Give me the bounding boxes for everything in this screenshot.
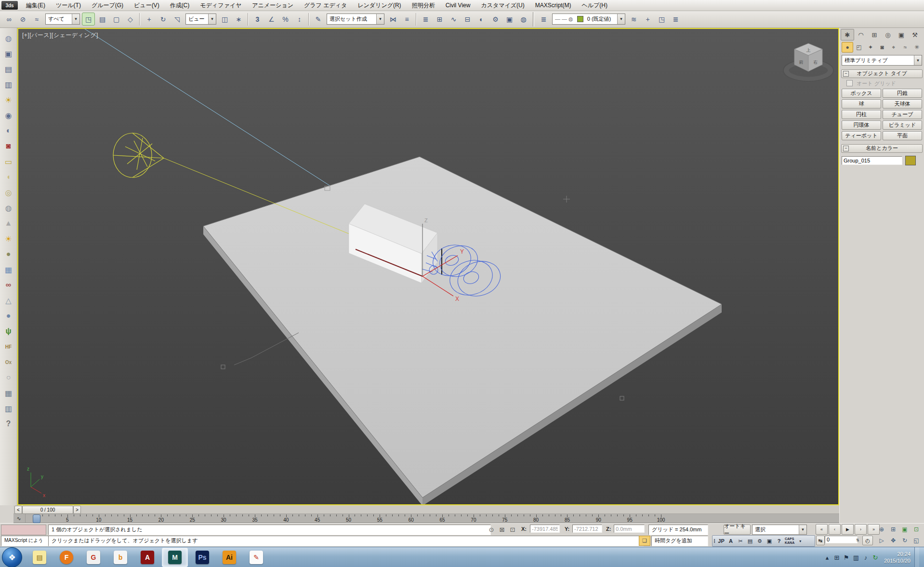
menu-item-13[interactable]: ヘルプ(H) (576, 0, 613, 11)
taskbar-3dsmax[interactable]: M (162, 548, 188, 567)
tray-sync-icon[interactable]: ↻ (871, 552, 880, 563)
taskbar-viewer-app[interactable]: G (81, 548, 106, 567)
graphite-ribbon-icon[interactable]: ⊞ (433, 13, 446, 26)
select-objects-in-layer-icon[interactable]: ◳ (655, 13, 668, 26)
layer-dropdown[interactable]: — — ◍0 (既定値)▼ (552, 14, 625, 25)
tray-windows-icon[interactable]: ⊞ (832, 552, 842, 563)
bind-to-spacewarp-icon[interactable]: ≈ (30, 13, 43, 26)
z-coord-field[interactable] (614, 525, 645, 533)
dark-sphere-icon[interactable]: ● (1, 247, 16, 261)
placement-pin-icon[interactable]: ⊙ (487, 525, 496, 534)
table-icon[interactable]: ▦ (1, 386, 16, 400)
current-frame-field[interactable] (825, 536, 858, 543)
viewcube-right-label[interactable]: 右 (813, 60, 818, 65)
absolute-relative-icon[interactable]: ⊡ (508, 525, 517, 534)
subcat-geometry[interactable]: ● (842, 42, 853, 53)
layer-manager-icon[interactable]: ≣ (419, 13, 432, 26)
menu-item-0[interactable]: 編集(E) (21, 0, 51, 11)
zoom-icon[interactable]: ⊕ (876, 525, 887, 534)
menu-item-11[interactable]: カスタマイズ(U) (475, 0, 529, 11)
object-button-1[interactable]: 円錐 (883, 89, 922, 98)
pylon-icon[interactable]: △ (1, 293, 16, 308)
camera-globe-icon[interactable]: ◐ (1, 123, 16, 138)
schematic-view-icon[interactable]: ⊟ (461, 13, 474, 26)
snap-toggle-3d-icon[interactable]: 3 (251, 13, 264, 26)
tab-hierarchy[interactable]: ⊞ (868, 29, 881, 40)
track-bar-ruler[interactable]: 0510152025303540455055606570758085909510… (25, 514, 840, 523)
menu-item-12[interactable]: MAXScript(M) (530, 0, 577, 11)
taskbar-clock[interactable]: 20:24 2015/10/20 (884, 551, 911, 564)
object-button-8[interactable]: ティーポット (842, 131, 881, 140)
array-icon[interactable]: ▦ (1, 262, 16, 277)
menu-item-5[interactable]: モディファイヤ (195, 0, 247, 11)
collapse-icon[interactable]: − (843, 71, 849, 77)
taskbar-firefox[interactable]: F (54, 548, 79, 567)
set-current-layer-icon[interactable]: ≣ (669, 13, 682, 26)
collapse-icon[interactable]: − (843, 146, 849, 151)
next-frame-button[interactable]: › (855, 524, 867, 535)
play-button[interactable]: ▶ (842, 524, 854, 535)
render-production-icon[interactable]: ◍ (517, 13, 530, 26)
spheres-pair-icon[interactable]: ∞ (1, 278, 16, 292)
subcat-helpers[interactable]: ⌖ (888, 42, 899, 53)
tab-create[interactable]: ✱ (841, 29, 854, 40)
mirror-icon[interactable]: ⋈ (386, 13, 399, 26)
object-button-3[interactable]: 天球体 (883, 99, 922, 108)
zoom-all-icon[interactable]: ⊞ (888, 525, 898, 534)
ime-dictionary-icon[interactable]: ▤ (745, 538, 755, 544)
taskbar-autocad[interactable]: A (135, 548, 160, 567)
render-frame-icon[interactable]: ▣ (1, 46, 16, 61)
next-frame-arrow[interactable]: > (73, 506, 81, 514)
object-button-7[interactable]: ピラミッド (883, 121, 922, 130)
track-bar[interactable]: ∿ 05101520253035404550556065707580859095… (13, 514, 839, 523)
selection-filter-dropdown[interactable]: すべて▼ (45, 14, 80, 25)
ime-options-arrow[interactable]: ▾ (795, 539, 805, 543)
create-new-layer-icon[interactable]: + (641, 13, 654, 26)
layer-list-icon[interactable]: ≣ (537, 13, 550, 26)
show-desktop-button[interactable] (914, 547, 919, 567)
zoom-extents-icon[interactable]: ▣ (899, 525, 910, 534)
ime-tools-icon[interactable]: ⚙ (755, 538, 765, 544)
select-link-icon[interactable]: ∞ (2, 13, 15, 26)
grass-icon[interactable]: ψ (1, 324, 16, 338)
sun-icon[interactable]: ☀ (1, 231, 16, 246)
ime-pad-icon[interactable]: ▣ (765, 538, 774, 544)
select-move-icon[interactable]: + (143, 13, 156, 26)
subcat-cameras[interactable]: ◙ (876, 42, 888, 53)
mini-curve-editor-icon[interactable]: ∿ (13, 514, 24, 523)
object-button-0[interactable]: ボックス (842, 89, 881, 98)
selection-lock-icon[interactable]: ⊠ (497, 525, 507, 534)
menu-item-10[interactable]: Civil View (440, 0, 476, 11)
tab-utilities[interactable]: ⚒ (908, 29, 922, 40)
orbit-icon[interactable]: ↻ (899, 536, 910, 545)
use-pivot-center-icon[interactable]: ◫ (218, 13, 231, 26)
key-mode-toggle[interactable]: ↹ (816, 536, 825, 545)
ime-cut-icon[interactable]: ✂ (736, 538, 745, 544)
gray-sphere-icon[interactable]: ○ (1, 370, 16, 385)
select-manipulate-icon[interactable]: ∗ (232, 13, 245, 26)
ime-language[interactable]: JP (716, 538, 726, 544)
object-button-5[interactable]: チューブ (883, 110, 922, 119)
subcat-spacewarps[interactable]: ≈ (899, 42, 911, 53)
pan-icon[interactable]: ✥ (888, 536, 898, 545)
time-slider-handle[interactable]: 0 / 100 (22, 506, 73, 514)
previous-frame-arrow[interactable]: < (14, 506, 22, 514)
taskbar-burner-app[interactable]: b (108, 548, 133, 567)
red-camera-icon[interactable]: ◙ (1, 139, 16, 153)
ime-input-mode[interactable]: A (726, 538, 736, 544)
tray-expand-icon[interactable]: ▴ (822, 552, 832, 563)
previous-frame-button[interactable]: ‹ (829, 524, 841, 535)
tray-volume-muted-icon[interactable]: ♪ (861, 552, 871, 563)
object-type-rollout[interactable]: − オブジェクト タイプ (841, 69, 923, 78)
doc-transfer-icon[interactable]: ▥ (1, 401, 16, 416)
go-to-start-button[interactable]: « (816, 524, 828, 535)
viewcube-top-label[interactable]: 上 (806, 48, 811, 53)
ime-help-icon[interactable]: ? (774, 538, 784, 544)
menu-item-3[interactable]: ビュー(V) (129, 0, 165, 11)
time-configuration-icon[interactable]: ◴ (862, 536, 873, 545)
zoom-extents-all-icon[interactable]: ⊡ (911, 525, 922, 534)
menu-item-7[interactable]: グラフ エディタ (299, 0, 352, 11)
cone-icon[interactable]: ▲ (1, 216, 16, 230)
object-button-2[interactable]: 球 (842, 99, 881, 108)
curve-editor-icon[interactable]: ∿ (447, 13, 460, 26)
